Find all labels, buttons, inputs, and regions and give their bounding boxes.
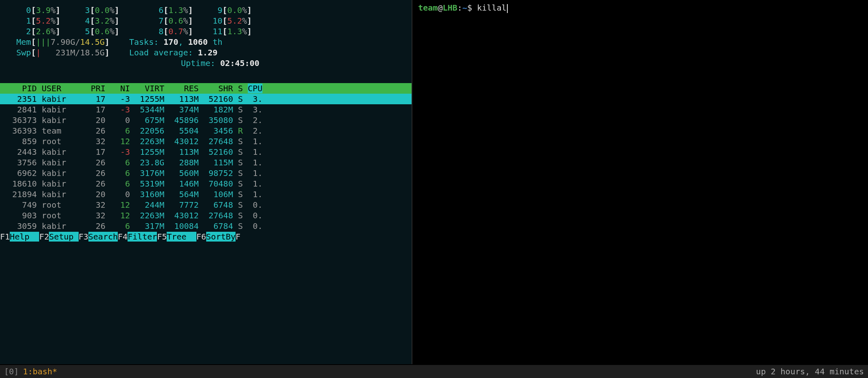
mem-meters: Mem[|||7.90G/14.5G] Tasks: 170, 1060 thS… xyxy=(0,37,412,58)
fkey-F4[interactable]: F4 xyxy=(118,232,128,242)
table-row[interactable]: 36373 kabir 20 0 675M 45896 35080 S 2. xyxy=(0,115,412,125)
fkey-F4-label[interactable]: Filter xyxy=(128,232,157,242)
fkey-F3[interactable]: F3 xyxy=(79,232,88,242)
status-uptime: up 2 hours, 44 minutes xyxy=(756,366,864,377)
process-table[interactable]: PID USER PRI NI VIRT RES SHR S CPU 2351 … xyxy=(0,83,412,231)
fkey-F6[interactable]: F6 xyxy=(196,232,206,242)
table-header[interactable]: PID USER PRI NI VIRT RES SHR S CPU xyxy=(0,83,412,94)
shell-input[interactable]: killal xyxy=(472,3,506,13)
table-row[interactable]: 3756 kabir 26 6 23.8G 288M 115M S 1. xyxy=(0,157,412,168)
table-row[interactable]: 6962 kabir 26 6 3176M 560M 98752 S 1. xyxy=(0,168,412,178)
prompt-path: ~ xyxy=(462,3,467,13)
tmux-status-bar[interactable]: [0] 1:bash* up 2 hours, 44 minutes xyxy=(0,365,868,378)
table-row[interactable]: 2351 kabir 17 -3 1255M 113M 52160 S 3. xyxy=(0,94,412,104)
session-indicator[interactable]: [0] xyxy=(4,366,19,377)
table-row[interactable]: 21894 kabir 20 0 3160M 564M 106M S 1. xyxy=(0,189,412,200)
table-row[interactable]: 859 root 32 12 2263M 43012 27648 S 1. xyxy=(0,136,412,147)
fkey-F6-label[interactable]: SortBy xyxy=(206,232,236,242)
cpu-meters: 0[3.9%] 3[0.0%] 6[1.3%] 9[0.0%] 1[5.2%] … xyxy=(0,5,412,37)
table-row[interactable]: 903 root 32 12 2263M 43012 27648 S 0. xyxy=(0,210,412,221)
table-row[interactable]: 18610 kabir 26 6 5319M 146M 70480 S 1. xyxy=(0,178,412,189)
table-row[interactable]: 749 root 32 12 244M 7772 6748 S 0. xyxy=(0,200,412,210)
table-row[interactable]: 2841 kabir 17 -3 5344M 374M 182M S 3. xyxy=(0,104,412,115)
prompt-user: team xyxy=(418,3,438,13)
table-row[interactable]: 2443 kabir 17 -3 1255M 113M 52160 S 1. xyxy=(0,147,412,157)
cursor xyxy=(507,4,508,13)
prompt-host: LHB xyxy=(443,3,457,13)
fkey-F5-label[interactable]: Tree xyxy=(167,232,196,242)
fkey-F2[interactable]: F2 xyxy=(39,232,49,242)
prompt-sep: @ xyxy=(438,3,443,13)
window-tab[interactable]: 1:bash* xyxy=(23,366,57,377)
fkey-F[interactable]: F xyxy=(236,232,240,242)
fkey-F3-label[interactable]: Search xyxy=(88,232,118,242)
table-row[interactable]: 36393 team 26 6 22056 5504 3456 R 2. xyxy=(0,125,412,136)
fkey-F1-label[interactable]: Help xyxy=(10,232,39,242)
fkey-F2-label[interactable]: Setup xyxy=(49,232,78,242)
fkey-F5[interactable]: F5 xyxy=(157,232,167,242)
function-keys[interactable]: F1Help F2Setup F3SearchF4FilterF5Tree F6… xyxy=(0,231,412,242)
htop-pane[interactable]: 0[3.9%] 3[0.0%] 6[1.3%] 9[0.0%] 1[5.2%] … xyxy=(0,0,412,364)
sys-info: Uptime: 02:45:00 xyxy=(0,58,412,68)
fkey-F1[interactable]: F1 xyxy=(0,232,10,242)
shell-pane[interactable]: team@LHB:~$ killal xyxy=(412,0,868,364)
table-row[interactable]: 3059 kabir 26 6 317M 10084 6784 S 0. xyxy=(0,221,412,231)
